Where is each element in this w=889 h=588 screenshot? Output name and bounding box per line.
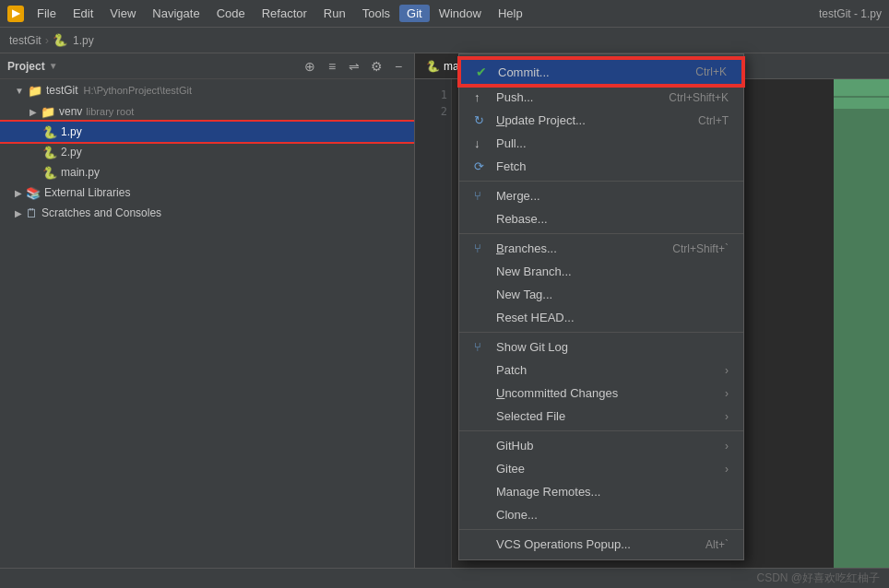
tree-label-venv: venv: [59, 105, 82, 118]
separator-2: [459, 233, 743, 234]
clone-label: Clone...: [496, 508, 538, 522]
menu-navigate[interactable]: Navigate: [145, 5, 207, 22]
push-shortcut: Ctrl+Shift+K: [669, 91, 729, 104]
menu-item-show-git-log[interactable]: ⑂ Show Git Log: [459, 335, 743, 359]
file-icon-2py: 🐍: [42, 146, 57, 159]
menu-item-manage-remotes[interactable]: Manage Remotes...: [459, 480, 743, 503]
title-bar: ▶ File Edit View Navigate Code Refactor …: [0, 0, 889, 28]
menu-item-selected-file[interactable]: Selected File ›: [459, 405, 743, 428]
github-arrow-icon: ›: [725, 440, 729, 453]
menu-item-rebase[interactable]: Rebase...: [459, 207, 743, 230]
menu-item-commit[interactable]: ✔ Commit... Ctrl+K: [459, 58, 743, 86]
menu-item-vcs-popup[interactable]: VCS Operations Popup... Alt+`: [459, 533, 743, 556]
menu-item-reset-head[interactable]: Reset HEAD...: [459, 306, 743, 329]
menu-edit[interactable]: Edit: [65, 5, 101, 22]
menu-git[interactable]: Git: [399, 5, 430, 22]
close-sidebar-icon[interactable]: −: [390, 58, 407, 75]
vcs-popup-shortcut: Alt+`: [705, 538, 729, 551]
sidebar-title: Project: [7, 60, 45, 73]
branches-icon: ⑂: [474, 241, 489, 255]
tree-label-external: External Libraries: [44, 186, 130, 199]
folder-icon-root: 📁: [28, 84, 42, 98]
uncommitted-arrow-icon: ›: [725, 387, 729, 400]
expand-arrow-ext: ▶: [15, 188, 22, 198]
menu-item-clone[interactable]: Clone...: [459, 503, 743, 526]
menu-tools[interactable]: Tools: [355, 5, 397, 22]
vcs-popup-label: VCS Operations Popup...: [496, 537, 631, 551]
minimap: [834, 79, 889, 568]
menu-item-update[interactable]: ↻ Update Project... Ctrl+T: [459, 109, 743, 132]
breadcrumb-project[interactable]: testGit: [9, 34, 41, 47]
reset-head-label: Reset HEAD...: [496, 311, 575, 324]
tree-item-scratches[interactable]: ▶ 🗒 Scratches and Consoles: [0, 203, 414, 223]
menu-bar[interactable]: File Edit View Navigate Code Refactor Ru…: [30, 5, 530, 22]
tree-label-2py: 2.py: [61, 146, 82, 159]
separator-4: [459, 430, 743, 431]
tab-icon-main: 🐍: [426, 60, 440, 73]
menu-view[interactable]: View: [102, 5, 143, 22]
scratch-icon: 🗒: [26, 206, 38, 220]
show-git-log-label: Show Git Log: [496, 340, 568, 354]
folder-icon-venv: 📁: [41, 105, 55, 119]
app-icon: ▶: [7, 6, 24, 22]
update-icon: ↻: [474, 113, 489, 127]
separator-5: [459, 529, 743, 530]
sidebar-tools: ⊕ ≡ ⇌ ⚙ −: [302, 58, 407, 75]
pull-label: Pull...: [496, 136, 527, 150]
line-num-1: 1: [419, 87, 447, 103]
sidebar-header: Project ▼ ⊕ ≡ ⇌ ⚙ −: [0, 53, 414, 79]
menu-refactor[interactable]: Refactor: [255, 5, 314, 22]
menu-item-gitee[interactable]: Gitee ›: [459, 457, 743, 480]
push-label: Push...: [496, 90, 533, 104]
menu-item-github[interactable]: GitHub ›: [459, 434, 743, 457]
tree-label-scratches: Scratches and Consoles: [41, 206, 161, 219]
sidebar: Project ▼ ⊕ ≡ ⇌ ⚙ − ▼ 📁 testGit H:\Pytho…: [0, 53, 415, 568]
add-module-icon[interactable]: ⊕: [302, 58, 318, 75]
settings-icon[interactable]: ⚙: [368, 58, 385, 75]
tree-item-external[interactable]: ▶ 📚 External Libraries: [0, 182, 414, 203]
window-title: testGit - 1.py: [819, 7, 882, 20]
manage-remotes-label: Manage Remotes...: [496, 485, 600, 499]
menu-window[interactable]: Window: [432, 5, 489, 22]
rebase-label: Rebase...: [496, 212, 548, 226]
menu-item-merge[interactable]: ⑂ Merge...: [459, 184, 743, 207]
menu-code[interactable]: Code: [209, 5, 253, 22]
breadcrumb-file[interactable]: 1.py: [73, 34, 94, 47]
collapse-all-icon[interactable]: ≡: [324, 58, 340, 75]
menu-item-pull[interactable]: ↓ Pull...: [459, 132, 743, 155]
library-root-label: library root: [86, 106, 134, 117]
menu-help[interactable]: Help: [491, 5, 530, 22]
sidebar-dropdown-arrow[interactable]: ▼: [49, 61, 58, 71]
tree-label-1py: 1.py: [61, 125, 82, 138]
new-branch-label: New Branch...: [496, 265, 572, 278]
tree-label-root: testGit: [46, 84, 78, 97]
menu-item-fetch[interactable]: ⟳ Fetch: [459, 155, 743, 178]
menu-item-branches[interactable]: ⑂ Branches... Ctrl+Shift+`: [459, 237, 743, 260]
tree-item-mainpy[interactable]: 🐍 main.py: [0, 162, 414, 182]
dropdown-menu-container: ✔ Commit... Ctrl+K ↑ Push... Ctrl+Shift+…: [458, 53, 744, 560]
gitee-label: Gitee: [496, 462, 525, 476]
gitee-arrow-icon: ›: [725, 463, 729, 476]
menu-item-new-tag[interactable]: New Tag...: [459, 283, 743, 306]
main-layout: Project ▼ ⊕ ≡ ⇌ ⚙ − ▼ 📁 testGit H:\Pytho…: [0, 53, 889, 568]
minimap-bar-2: [834, 98, 889, 109]
branches-label: Branches...: [496, 241, 557, 255]
breadcrumb: testGit › 🐍 1.py: [0, 28, 889, 53]
menu-item-uncommitted[interactable]: Uncommitted Changes ›: [459, 382, 743, 405]
pull-icon: ↓: [474, 136, 496, 150]
uncommitted-label: Uncommitted Changes: [496, 386, 618, 400]
tree-item-2py[interactable]: 🐍 2.py: [0, 142, 414, 162]
menu-item-new-branch[interactable]: New Branch...: [459, 260, 743, 283]
menu-item-patch[interactable]: Patch ›: [459, 359, 743, 382]
expand-icon[interactable]: ⇌: [346, 58, 362, 75]
tree-item-root[interactable]: ▼ 📁 testGit H:\PythonProject\testGit: [0, 79, 414, 101]
fetch-label: Fetch: [496, 159, 527, 173]
commit-label: Commit...: [498, 65, 550, 79]
tree-item-venv[interactable]: ▶ 📁 venv library root: [0, 101, 414, 122]
menu-file[interactable]: File: [30, 5, 64, 22]
tree-item-1py[interactable]: 🐍 1.py: [0, 122, 414, 142]
menu-item-push[interactable]: ↑ Push... Ctrl+Shift+K: [459, 86, 743, 109]
menu-run[interactable]: Run: [316, 5, 353, 22]
check-icon: ✔: [476, 65, 491, 79]
merge-label: Merge...: [496, 189, 540, 203]
